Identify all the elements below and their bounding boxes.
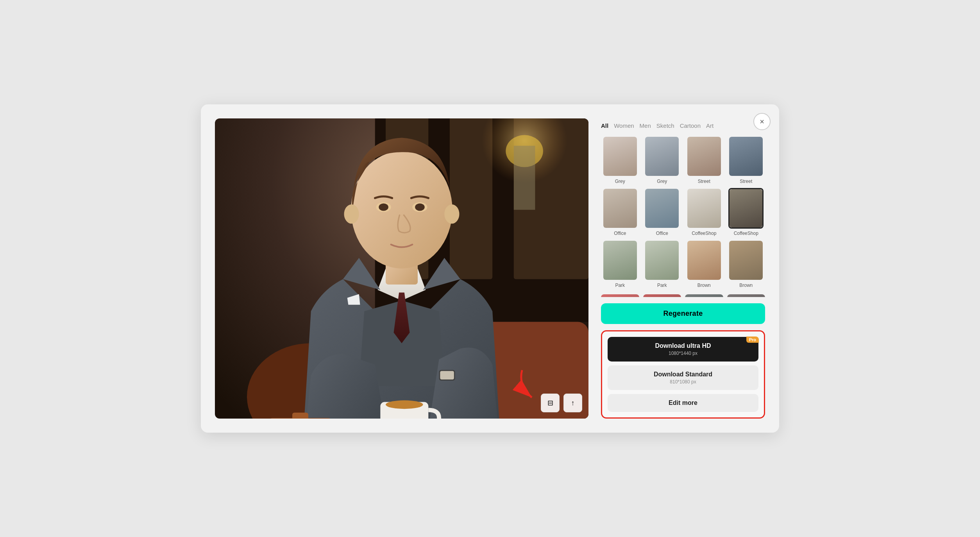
upload-button[interactable]: ↑ (563, 394, 582, 412)
thumb-label-office-1: Office (614, 231, 626, 236)
thumb-img-street-2 (728, 136, 764, 177)
thumb-item-coffeeshop-1[interactable]: CoffeeShop (685, 188, 723, 236)
thumb-label-street-2: Street (740, 179, 752, 184)
thumb-item-office-2[interactable]: Office (643, 188, 681, 236)
edit-more-button[interactable]: Edit more (608, 394, 758, 412)
thumb-img-grey-1 (603, 136, 638, 177)
main-image-area: ⊟ ↑ (215, 118, 588, 419)
thumb-partial-1 (601, 294, 639, 297)
svg-rect-7 (514, 146, 535, 210)
thumb-partial-4 (727, 294, 765, 297)
thumb-label-street-1: Street (698, 179, 710, 184)
thumb-item-grey-1[interactable]: Grey (601, 136, 639, 184)
upload-icon: ↑ (571, 399, 575, 407)
thumb-label-brown-2: Brown (739, 283, 753, 288)
regenerate-button[interactable]: Regenerate (601, 303, 765, 324)
thumb-item-grey-2[interactable]: Grey (643, 136, 681, 184)
thumb-img-grey-2 (644, 136, 680, 177)
thumb-img-brown-1 (687, 240, 722, 281)
thumb-img-park-1 (603, 240, 638, 281)
thumb-img-coffeeshop-1 (687, 188, 722, 229)
svg-point-17 (379, 203, 388, 211)
thumb-img-park-2 (644, 240, 680, 281)
download-std-sub: 810*1080 px (670, 379, 696, 385)
svg-point-19 (415, 203, 425, 211)
filter-tab-all[interactable]: All (601, 122, 608, 130)
thumb-item-street-2[interactable]: Street (727, 136, 765, 184)
main-modal: × (201, 104, 779, 433)
thumb-item-street-1[interactable]: Street (685, 136, 723, 184)
thumb-label-coffeeshop-1: CoffeeShop (692, 231, 716, 236)
thumb-label-park-2: Park (657, 283, 667, 288)
close-button[interactable]: × (753, 113, 771, 130)
filter-tab-cartoon[interactable]: Cartoon (680, 122, 701, 130)
compare-button[interactable]: ⊟ (541, 394, 560, 412)
thumb-item-brown-1[interactable]: Brown (685, 240, 723, 288)
pro-badge: Pro (746, 337, 759, 343)
download-uhd-title: Download ultra HD (655, 342, 711, 349)
download-section: Pro Download ultra HD 1080*1440 px Downl… (601, 330, 765, 419)
thumb-label-brown-1: Brown (697, 283, 711, 288)
thumb-img-street-1 (687, 136, 722, 177)
svg-point-13 (386, 400, 423, 409)
thumbnail-grid: Grey Grey Street Street (601, 136, 765, 288)
thumb-item-brown-2[interactable]: Brown (727, 240, 765, 288)
filter-tab-men[interactable]: Men (640, 122, 651, 130)
svg-point-15 (351, 151, 452, 268)
thumb-item-park-1[interactable]: Park (601, 240, 639, 288)
sidebar: All Women Men Sketch Cartoon Art Grey (601, 118, 765, 419)
thumb-item-park-2[interactable]: Park (643, 240, 681, 288)
thumb-partial-2 (643, 294, 681, 297)
thumbnail-partial-row (601, 294, 765, 297)
compare-icon: ⊟ (547, 399, 553, 407)
thumb-img-coffeeshop-2 (728, 188, 764, 229)
download-uhd-sub: 1080*1440 px (669, 351, 697, 356)
download-std-title: Download Standard (654, 371, 712, 378)
filter-tab-women[interactable]: Women (614, 122, 634, 130)
thumb-label-park-1: Park (615, 283, 625, 288)
thumb-label-grey-1: Grey (615, 179, 625, 184)
thumb-item-office-1[interactable]: Office (601, 188, 639, 236)
download-uhd-button[interactable]: Pro Download ultra HD 1080*1440 px (608, 337, 758, 362)
thumb-label-coffeeshop-2: CoffeeShop (734, 231, 758, 236)
thumb-img-office-1 (603, 188, 638, 229)
thumb-partial-3 (685, 294, 723, 297)
svg-rect-25 (292, 413, 308, 419)
thumb-label-grey-2: Grey (657, 179, 667, 184)
filter-tab-sketch[interactable]: Sketch (656, 122, 674, 130)
svg-point-21 (444, 204, 459, 224)
filter-tabs: All Women Men Sketch Cartoon Art (601, 122, 765, 130)
thumb-label-office-2: Office (656, 231, 668, 236)
thumb-img-office-2 (644, 188, 680, 229)
thumb-item-coffeeshop-2[interactable]: CoffeeShop (727, 188, 765, 236)
filter-tab-art[interactable]: Art (706, 122, 714, 130)
svg-point-20 (344, 204, 359, 224)
svg-rect-23 (440, 371, 454, 379)
thumb-img-brown-2 (728, 240, 764, 281)
bottom-controls: ⊟ ↑ (541, 394, 582, 412)
main-image-container: ⊟ ↑ (215, 118, 588, 419)
download-standard-button[interactable]: Download Standard 810*1080 px (608, 365, 758, 390)
